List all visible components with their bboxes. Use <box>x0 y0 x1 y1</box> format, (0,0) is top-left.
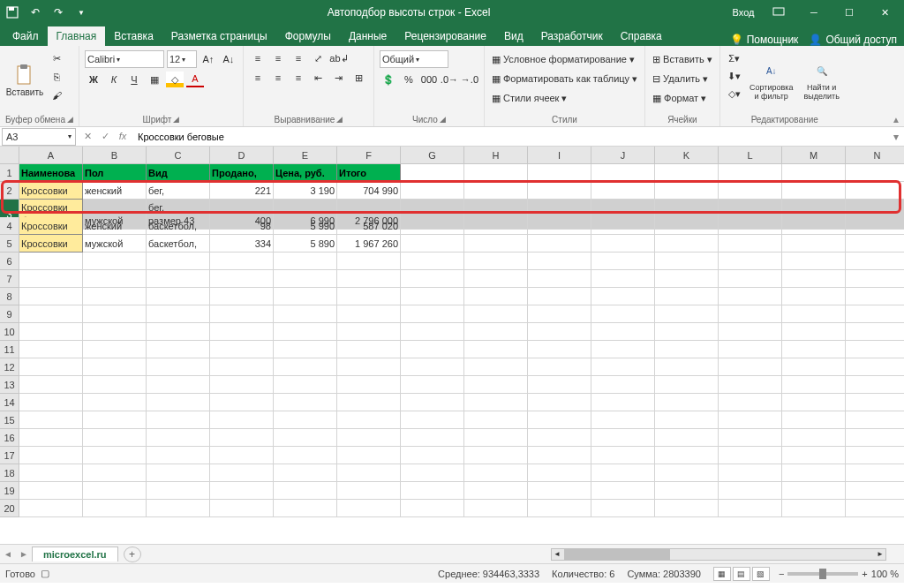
cell-I2[interactable] <box>528 182 591 200</box>
cell-C2[interactable]: бег, <box>147 182 210 200</box>
tab-formulas[interactable]: Формулы <box>276 26 340 46</box>
cell-G2[interactable] <box>401 182 464 200</box>
cell-F16[interactable] <box>337 429 401 447</box>
cell-H15[interactable] <box>464 411 528 429</box>
cell-K6[interactable] <box>655 253 719 270</box>
cell-D1[interactable]: Продано, <box>210 164 274 182</box>
cell-B9[interactable] <box>83 305 147 323</box>
cell-J11[interactable] <box>591 341 655 358</box>
cell-L7[interactable] <box>719 270 782 288</box>
row-header-17[interactable]: 17 <box>0 447 19 464</box>
sheet-nav-prev[interactable]: ◄ <box>0 549 16 559</box>
cell-E12[interactable] <box>274 358 337 376</box>
cell-K16[interactable] <box>655 429 719 447</box>
add-sheet-button[interactable]: + <box>124 547 141 562</box>
cell-E1[interactable]: Цена, руб. <box>274 164 337 182</box>
cell-E11[interactable] <box>274 341 337 358</box>
cell-E14[interactable] <box>274 394 337 411</box>
cell-I20[interactable] <box>528 500 591 517</box>
tell-me[interactable]: 💡 Помощник <box>730 34 799 46</box>
cell-A15[interactable] <box>19 411 83 429</box>
redo-icon[interactable]: ↷ <box>49 4 67 21</box>
cell-L1[interactable] <box>719 164 782 182</box>
cell-M17[interactable] <box>782 447 846 464</box>
cell-J15[interactable] <box>591 411 655 429</box>
cell-L9[interactable] <box>719 305 782 323</box>
tab-review[interactable]: Рецензирование <box>396 26 495 46</box>
cond-format-button[interactable]: ▦ Условное форматирование ▾ <box>490 50 639 68</box>
col-header-K[interactable]: K <box>655 147 719 164</box>
cell-B5[interactable]: мужской <box>83 235 147 253</box>
cell-A6[interactable] <box>19 253 83 270</box>
cell-F10[interactable] <box>337 323 401 341</box>
cell-C6[interactable] <box>147 253 210 270</box>
cell-K11[interactable] <box>655 341 719 358</box>
row-header-9[interactable]: 9 <box>0 305 19 323</box>
sheet-tab[interactable]: microexcel.ru <box>32 547 118 562</box>
fill-icon[interactable]: ⬇▾ <box>726 68 743 84</box>
cell-G15[interactable] <box>401 411 464 429</box>
cell-A4[interactable]: Кроссовки <box>19 217 83 235</box>
cell-A10[interactable] <box>19 323 83 341</box>
cell-B17[interactable] <box>83 447 147 464</box>
cell-K8[interactable] <box>655 288 719 305</box>
tab-developer[interactable]: Разработчик <box>532 26 612 46</box>
cell-I7[interactable] <box>528 270 591 288</box>
cell-I9[interactable] <box>528 305 591 323</box>
cell-H7[interactable] <box>464 270 528 288</box>
cell-I14[interactable] <box>528 394 591 411</box>
cell-E7[interactable] <box>274 270 337 288</box>
cell-D18[interactable] <box>210 464 274 482</box>
cell-M1[interactable] <box>782 164 846 182</box>
cell-K7[interactable] <box>655 270 719 288</box>
cell-N18[interactable] <box>846 464 904 482</box>
cell-H8[interactable] <box>464 288 528 305</box>
cell-D8[interactable] <box>210 288 274 305</box>
cell-A2[interactable]: Кроссовки <box>19 182 83 200</box>
cell-H1[interactable] <box>464 164 528 182</box>
undo-icon[interactable]: ↶ <box>26 4 44 21</box>
cell-N17[interactable] <box>846 447 904 464</box>
cell-K15[interactable] <box>655 411 719 429</box>
cell-K4[interactable] <box>655 217 719 235</box>
row-header-18[interactable]: 18 <box>0 464 19 482</box>
cell-B12[interactable] <box>83 358 147 376</box>
cell-M7[interactable] <box>782 270 846 288</box>
cell-G11[interactable] <box>401 341 464 358</box>
cell-M19[interactable] <box>782 482 846 500</box>
cell-G14[interactable] <box>401 394 464 411</box>
cell-L16[interactable] <box>719 429 782 447</box>
align-top-icon[interactable]: ≡ <box>249 50 267 66</box>
cell-B1[interactable]: Пол <box>83 164 147 182</box>
cell-B15[interactable] <box>83 411 147 429</box>
cell-F19[interactable] <box>337 482 401 500</box>
cell-J2[interactable] <box>591 182 655 200</box>
share-button[interactable]: 👤 Общий доступ <box>809 34 897 46</box>
number-launcher[interactable]: ◢ <box>440 115 446 124</box>
cell-D4[interactable]: 98 <box>210 217 274 235</box>
cell-N1[interactable] <box>846 164 904 182</box>
cell-H13[interactable] <box>464 376 528 394</box>
font-color-icon[interactable]: A <box>186 72 204 87</box>
cell-L10[interactable] <box>719 323 782 341</box>
cell-E20[interactable] <box>274 500 337 517</box>
font-size-combo[interactable]: 12▾ <box>167 50 197 68</box>
cell-N8[interactable] <box>846 288 904 305</box>
cell-K17[interactable] <box>655 447 719 464</box>
cell-L6[interactable] <box>719 253 782 270</box>
cell-K13[interactable] <box>655 376 719 394</box>
cell-A16[interactable] <box>19 429 83 447</box>
col-header-L[interactable]: L <box>719 147 782 164</box>
cell-F2[interactable]: 704 990 <box>337 182 401 200</box>
cell-G16[interactable] <box>401 429 464 447</box>
cell-B10[interactable] <box>83 323 147 341</box>
cell-L13[interactable] <box>719 376 782 394</box>
macro-record-icon[interactable]: ▢ <box>41 568 49 579</box>
cell-A20[interactable] <box>19 500 83 517</box>
cell-D14[interactable] <box>210 394 274 411</box>
cell-B6[interactable] <box>83 253 147 270</box>
cell-D16[interactable] <box>210 429 274 447</box>
align-right-icon[interactable]: ≡ <box>290 70 307 86</box>
cancel-icon[interactable]: ✕ <box>79 131 95 142</box>
row-header-1[interactable]: 1 <box>0 164 19 182</box>
